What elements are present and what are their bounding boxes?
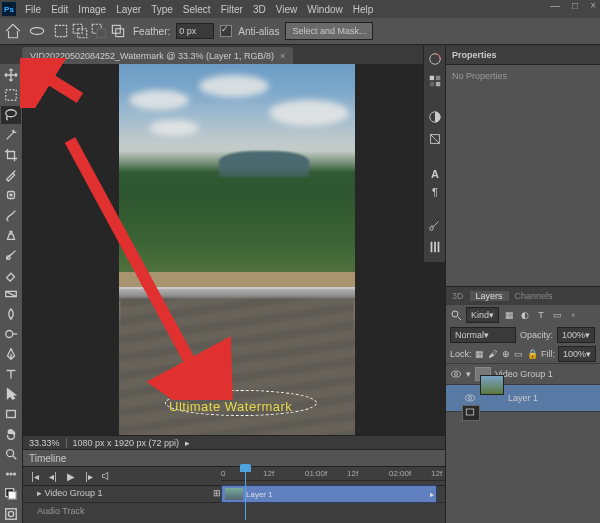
menu-select[interactable]: Select [178, 4, 216, 15]
filter-smart-icon[interactable]: ▫ [567, 309, 579, 321]
swatches-panel-icon[interactable] [428, 74, 442, 90]
visibility-toggle-icon[interactable] [450, 368, 462, 380]
character-panel-icon[interactable]: A [431, 168, 439, 180]
menu-image[interactable]: Image [73, 4, 111, 15]
gradient-tool[interactable] [1, 285, 21, 303]
tab-layers[interactable]: Layers [470, 291, 509, 301]
menu-file[interactable]: File [20, 4, 46, 15]
path-select-tool[interactable] [1, 385, 21, 403]
close-button[interactable]: × [590, 0, 596, 11]
menu-3d[interactable]: 3D [248, 4, 271, 15]
zoom-tool[interactable] [1, 445, 21, 463]
blend-mode-select[interactable]: Normal ▾ [450, 327, 516, 343]
layer-name[interactable]: Layer 1 [508, 393, 538, 403]
expand-group-icon[interactable]: ▾ [466, 369, 471, 379]
filter-type-icon[interactable]: T [535, 309, 547, 321]
visibility-toggle-icon[interactable] [464, 392, 476, 404]
selection-intersect-icon[interactable] [109, 22, 127, 40]
brushes-panel-icon[interactable] [428, 240, 442, 256]
antialias-checkbox[interactable] [220, 25, 232, 37]
timeline-clip[interactable]: Layer 1 ▸ [221, 485, 437, 503]
rectangle-tool[interactable] [1, 405, 21, 423]
menu-view[interactable]: View [271, 4, 303, 15]
properties-panel-tab[interactable]: Properties [446, 46, 600, 65]
filter-pixel-icon[interactable]: ▦ [503, 309, 515, 321]
tab-channels[interactable]: Channels [509, 291, 559, 301]
goto-first-frame-icon[interactable]: |◂ [29, 470, 41, 482]
lock-transparent-icon[interactable]: ▦ [475, 348, 485, 360]
svg-point-46 [473, 414, 474, 415]
tool-preset-icon[interactable] [28, 22, 46, 40]
lock-position-icon[interactable]: ⊕ [501, 348, 511, 360]
hand-tool[interactable] [1, 425, 21, 443]
foreground-swatch[interactable] [1, 485, 21, 503]
search-icon[interactable] [450, 309, 462, 321]
close-tab-icon[interactable]: × [280, 51, 285, 61]
audio-mute-icon[interactable] [101, 470, 113, 482]
tab-3d[interactable]: 3D [446, 291, 470, 301]
history-brush-tool[interactable] [1, 246, 21, 264]
chevron-right-icon[interactable]: ▸ [185, 438, 190, 448]
blur-tool[interactable] [1, 305, 21, 323]
spot-heal-tool[interactable] [1, 186, 21, 204]
menu-type[interactable]: Type [146, 4, 178, 15]
rect-marquee-tool[interactable] [1, 86, 21, 104]
lasso-tool[interactable] [1, 106, 21, 124]
color-panel-icon[interactable] [428, 52, 442, 68]
adjustments-panel-icon[interactable] [428, 110, 442, 126]
magic-wand-tool[interactable] [1, 126, 21, 144]
home-icon[interactable] [4, 22, 22, 40]
maximize-button[interactable]: □ [572, 0, 578, 11]
lock-artboard-icon[interactable]: ▭ [514, 348, 524, 360]
lock-all-icon[interactable]: 🔒 [527, 348, 538, 360]
svg-rect-24 [6, 509, 17, 520]
filter-kind-select[interactable]: Kind ▾ [466, 307, 499, 323]
paragraph-panel-icon[interactable]: ¶ [432, 186, 438, 198]
layer-row[interactable]: Layer 1 [446, 385, 600, 412]
zoom-level[interactable]: 33.33% [29, 438, 60, 448]
crop-tool[interactable] [1, 146, 21, 164]
opacity-input[interactable]: 100% ▾ [557, 327, 595, 343]
dodge-tool[interactable] [1, 325, 21, 343]
menu-filter[interactable]: Filter [216, 4, 248, 15]
selection-subtract-icon[interactable] [90, 22, 108, 40]
window-controls: — □ × [550, 0, 596, 11]
type-tool[interactable] [1, 365, 21, 383]
lock-pixels-icon[interactable]: 🖌 [488, 348, 498, 360]
minimize-button[interactable]: — [550, 0, 560, 11]
fill-input[interactable]: 100% ▾ [558, 346, 596, 362]
play-icon[interactable]: ▶ [65, 470, 77, 482]
svg-point-16 [6, 331, 13, 338]
properties-panel: Properties No Properties [445, 46, 600, 286]
layer-group-row[interactable]: ▾ Video Group 1 [446, 364, 600, 385]
filter-adjust-icon[interactable]: ◐ [519, 309, 531, 321]
lock-label: Lock: [450, 349, 472, 359]
document-tab[interactable]: VID20220502084252_Watermark @ 33.3% (Lay… [22, 47, 293, 65]
layer-thumbnail[interactable] [480, 375, 504, 395]
menu-window[interactable]: Window [302, 4, 348, 15]
svg-point-0 [30, 28, 44, 35]
eraser-tool[interactable] [1, 266, 21, 284]
menu-edit[interactable]: Edit [46, 4, 73, 15]
filter-shape-icon[interactable]: ▭ [551, 309, 563, 321]
menu-layer[interactable]: Layer [111, 4, 146, 15]
feather-input[interactable] [176, 23, 214, 39]
move-tool[interactable] [1, 66, 21, 84]
edit-toolbar[interactable] [1, 465, 21, 483]
selection-new-icon[interactable] [52, 22, 70, 40]
svg-rect-11 [6, 90, 17, 101]
brush-settings-panel-icon[interactable] [428, 218, 442, 234]
menu-help[interactable]: Help [348, 4, 379, 15]
pen-tool[interactable] [1, 345, 21, 363]
next-frame-icon[interactable]: |▸ [83, 470, 95, 482]
document-canvas[interactable]: Ultimate Watermark [119, 64, 355, 438]
clone-stamp-tool[interactable] [1, 226, 21, 244]
svg-point-12 [6, 110, 17, 117]
select-and-mask-button[interactable]: Select and Mask... [285, 22, 373, 40]
styles-panel-icon[interactable] [428, 132, 442, 148]
quick-mask-toggle[interactable] [1, 505, 21, 523]
eyedropper-tool[interactable] [1, 166, 21, 184]
prev-frame-icon[interactable]: ◂| [47, 470, 59, 482]
selection-add-icon[interactable] [71, 22, 89, 40]
brush-tool[interactable] [1, 206, 21, 224]
